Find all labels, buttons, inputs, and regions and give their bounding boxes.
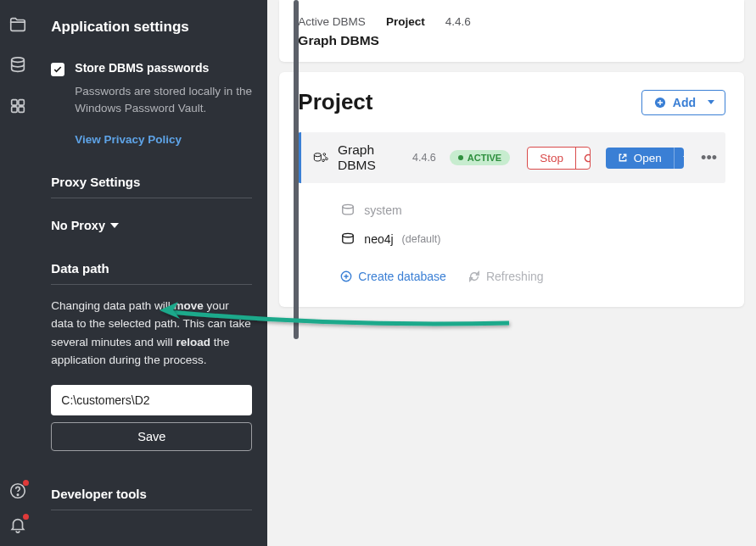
settings-panel: Application settings Store DBMS password… (36, 0, 267, 546)
settings-scrollbar[interactable] (294, 0, 299, 546)
store-passwords-sub: Passwords are stored locally in the Wind… (51, 83, 252, 118)
list-item[interactable]: neo4j (default) (340, 232, 725, 246)
refresh-button[interactable]: Refreshing (468, 270, 544, 283)
db-name: neo4j (364, 232, 393, 246)
svg-rect-3 (12, 107, 17, 112)
apps-grid-icon[interactable] (8, 97, 27, 115)
save-button[interactable]: Save (51, 422, 252, 451)
chevron-down-icon (683, 156, 684, 160)
help-badge (23, 480, 29, 486)
add-button[interactable]: Add (641, 90, 725, 115)
refresh-icon (583, 153, 591, 164)
add-label: Add (673, 96, 696, 109)
folder-icon[interactable] (8, 15, 27, 34)
dbms-row[interactable]: Graph DBMS 4.4.6 ACTIVE Stop Open (298, 132, 725, 183)
graph-db-icon (313, 150, 329, 165)
database-icon (340, 203, 356, 217)
stop-button[interactable]: Stop (528, 148, 575, 169)
dbms-title: Graph DBMS (298, 33, 725, 48)
caret-down-icon (110, 223, 119, 228)
svg-rect-2 (19, 100, 24, 105)
svg-point-9 (323, 153, 326, 156)
open-button[interactable]: Open (606, 148, 674, 169)
proxy-heading: Proxy Settings (51, 175, 252, 198)
svg-point-0 (12, 58, 25, 63)
proxy-value: No Proxy (51, 219, 105, 232)
main-content: Active DBMS Project 4.4.6 Graph DBMS Pro… (267, 0, 756, 546)
header-card: Active DBMS Project 4.4.6 Graph DBMS (279, 0, 744, 62)
plus-circle-icon (654, 97, 666, 109)
svg-point-10 (326, 158, 328, 160)
breadcrumb-active: Active DBMS (298, 15, 366, 28)
store-passwords-label: Store DBMS passwords (75, 61, 209, 75)
breadcrumb-project[interactable]: Project (386, 15, 425, 28)
open-dropdown[interactable] (674, 148, 684, 169)
create-database-button[interactable]: Create database (340, 270, 446, 283)
data-path-input[interactable] (51, 385, 252, 415)
svg-rect-4 (19, 107, 24, 112)
stop-button-group: Stop (527, 147, 591, 170)
svg-point-12 (343, 204, 353, 208)
data-path-warning: Changing data path will move your data t… (51, 297, 252, 370)
status-badge: ACTIVE (450, 150, 510, 165)
project-card: Project Add Graph DBMS 4.4.6 (279, 72, 744, 307)
svg-point-8 (315, 153, 322, 157)
svg-point-6 (17, 494, 18, 495)
store-passwords-checkbox[interactable] (51, 63, 64, 76)
db-name: system (364, 203, 401, 217)
dev-tools-heading: Developer tools (51, 487, 252, 510)
refresh-icon (468, 270, 480, 282)
svg-rect-1 (12, 100, 17, 105)
dbms-version: 4.4.6 (412, 152, 436, 164)
icon-rail (0, 0, 36, 546)
breadcrumb-version: 4.4.6 (445, 15, 471, 28)
settings-title: Application settings (51, 0, 252, 61)
default-label: (default) (402, 233, 441, 245)
privacy-policy-link[interactable]: View Privacy Policy (75, 133, 252, 146)
open-button-group: Open (606, 148, 684, 169)
database-icon (340, 232, 356, 246)
restart-button[interactable] (575, 148, 591, 169)
database-list: system neo4j (default) Create database R… (298, 203, 725, 283)
external-link-icon (618, 153, 628, 163)
plus-circle-icon (340, 270, 352, 282)
data-path-heading: Data path (51, 261, 252, 285)
breadcrumb: Active DBMS Project 4.4.6 (298, 15, 725, 28)
more-menu[interactable]: ••• (701, 149, 717, 167)
dbms-name: Graph DBMS (338, 142, 404, 173)
svg-point-13 (343, 233, 353, 237)
proxy-select[interactable]: No Proxy (51, 219, 252, 232)
bell-badge (23, 514, 29, 520)
chevron-down-icon (708, 100, 714, 104)
project-title: Project (298, 89, 372, 115)
list-item[interactable]: system (340, 203, 725, 217)
database-icon[interactable] (8, 56, 27, 75)
